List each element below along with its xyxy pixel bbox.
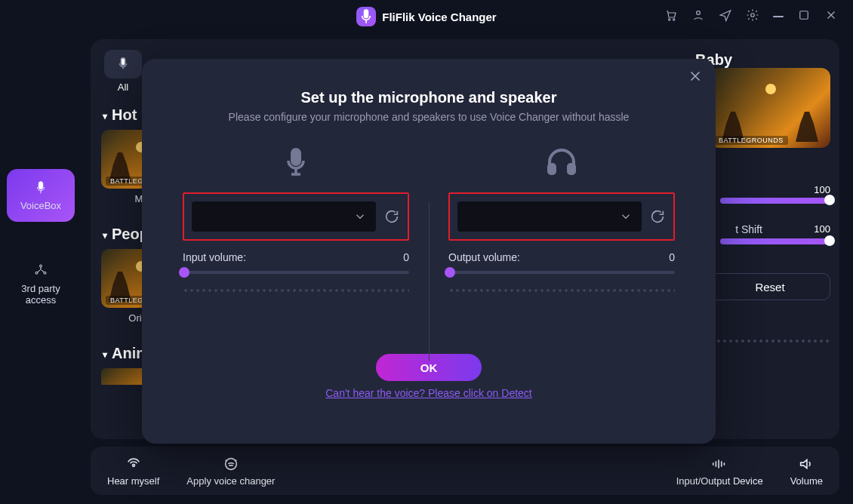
slider-knob[interactable] xyxy=(445,267,455,278)
input-column: Input volume: 0 xyxy=(163,144,429,325)
setup-modal: Set up the microphone and speaker Please… xyxy=(142,59,716,444)
input-refresh-icon[interactable] xyxy=(383,208,400,225)
output-device-highlight xyxy=(448,192,675,241)
modal-subtitle: Please configure your microphone and spe… xyxy=(163,111,694,123)
output-column: Output volume: 0 xyxy=(429,144,694,325)
close-icon[interactable] xyxy=(687,68,704,85)
chevron-down-icon xyxy=(353,210,367,223)
output-volume-label: Output volume: xyxy=(448,251,520,263)
output-volume-value: 0 xyxy=(669,251,675,263)
input-vu-meter xyxy=(183,287,409,295)
headphones-icon xyxy=(544,144,580,180)
modal-overlay: Set up the microphone and speaker Please… xyxy=(0,0,853,504)
slider-knob[interactable] xyxy=(179,267,189,278)
input-volume-label: Input volume: xyxy=(183,251,246,263)
output-vu-meter xyxy=(448,287,675,295)
detect-link[interactable]: Can't hear the voice? Please click on De… xyxy=(163,387,694,399)
microphone-icon xyxy=(278,144,314,180)
input-volume-slider[interactable] xyxy=(183,271,409,274)
modal-title: Set up the microphone and speaker xyxy=(163,89,694,106)
output-device-select[interactable] xyxy=(457,201,642,232)
input-device-highlight xyxy=(183,192,409,241)
chevron-down-icon xyxy=(619,210,633,223)
output-refresh-icon[interactable] xyxy=(649,208,666,225)
input-device-select[interactable] xyxy=(192,201,376,232)
output-volume-slider[interactable] xyxy=(448,271,675,274)
svg-rect-12 xyxy=(548,164,556,174)
input-volume-value: 0 xyxy=(403,251,409,263)
svg-rect-13 xyxy=(568,164,575,174)
